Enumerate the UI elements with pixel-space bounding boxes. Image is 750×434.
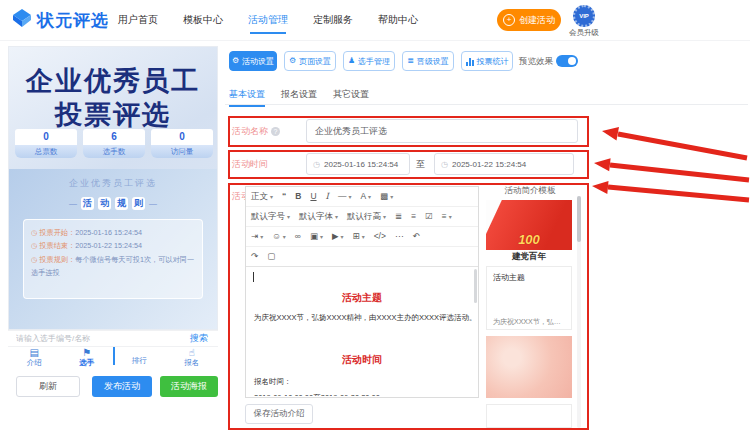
- tab-page-settings[interactable]: ⚙ 页面设置: [284, 51, 336, 71]
- subtab-other-settings[interactable]: 其它设置: [333, 88, 369, 101]
- help-icon: ?: [271, 127, 280, 136]
- editor-signup-time-value: 2019-06-10 00:00至2019-06-20 20:00: [254, 393, 474, 396]
- tab-label: 晋级设置: [417, 56, 449, 67]
- activity-preview: 企业优秀员工 投票评选 0 总票数 6 选手数 0 访问量 企业优秀员工评选 活…: [8, 46, 218, 330]
- strikethrough-icon[interactable]: —: [338, 192, 352, 201]
- editor-signup-time-label: 报名时间：: [254, 377, 474, 387]
- italic-icon[interactable]: I: [326, 192, 329, 201]
- paragraph-style-select[interactable]: 正文: [251, 192, 273, 201]
- template-card-partial[interactable]: [486, 404, 572, 428]
- stat-visits-label: 访问量: [151, 145, 213, 158]
- preview-toggle-switch[interactable]: [556, 55, 578, 67]
- indent-icon[interactable]: ⇥: [251, 232, 263, 241]
- hand-icon: ☝: [166, 347, 219, 358]
- emoji-icon[interactable]: ☺: [272, 232, 286, 241]
- rules-title-char: 则: [132, 197, 145, 210]
- gear-icon: ⚙: [232, 57, 239, 65]
- nav-item-templates[interactable]: 模板中心: [183, 13, 223, 27]
- rule-value: 2025-01-16 15:24:54: [75, 228, 142, 237]
- editor-paragraph: 为庆祝XXXX节，弘扬XXXX精神，由XXXX主办的XXXX评选活动。: [254, 313, 474, 323]
- stat-total-votes-label: 总票数: [15, 145, 77, 158]
- activity-name-label: 活动名称?: [232, 125, 280, 138]
- flag-icon: ⚑: [61, 347, 114, 358]
- preview-title-line2: 投票评选: [9, 97, 217, 133]
- subtab-signup-settings[interactable]: 报名设置: [281, 88, 317, 101]
- align-icon[interactable]: ≡: [442, 212, 452, 221]
- editor-content[interactable]: 活动主题 为庆祝XXXX节，弘扬XXXX精神，由XXXX主办的XXXX评选活动。…: [246, 267, 478, 396]
- nav-item-custom-service[interactable]: 定制服务: [313, 13, 353, 27]
- template-card-theme[interactable]: 活动主题 为庆祝XXXX节，弘…: [486, 266, 572, 330]
- bg-color-icon[interactable]: ▩: [380, 192, 393, 201]
- font-color-icon[interactable]: A: [360, 192, 371, 201]
- end-time-value: 2025-01-22 15:24:54: [452, 160, 526, 169]
- plus-icon: +: [503, 14, 515, 26]
- tab-promotion-settings[interactable]: ≣ 晋级设置: [402, 51, 454, 71]
- vip-upgrade[interactable]: VIP 会员升级: [566, 4, 602, 38]
- activity-time-label: 活动时间: [232, 158, 268, 171]
- activity-name-input[interactable]: [306, 119, 578, 143]
- nav-item-activities[interactable]: 活动管理: [248, 13, 288, 27]
- rules-title-char: 规: [115, 197, 128, 210]
- image-icon[interactable]: ▣: [310, 232, 323, 241]
- preview-tab-ranking[interactable]: 排行: [113, 347, 166, 369]
- nav-item-home[interactable]: 用户首页: [118, 13, 158, 27]
- editor-scrollbar[interactable]: [474, 269, 477, 303]
- preview-tab-intro[interactable]: ▤ 介绍: [8, 347, 61, 369]
- link-icon[interactable]: ∞: [295, 232, 301, 241]
- ordered-list-icon[interactable]: ≣: [395, 212, 402, 221]
- editor-toolbar-row1: 正文 “ B U I — A ▩: [246, 187, 478, 207]
- tab-contestant-management[interactable]: ♟ 选手管理: [343, 51, 395, 71]
- start-time-value: 2025-01-16 15:24:54: [324, 160, 398, 169]
- quote-icon[interactable]: “: [282, 192, 286, 201]
- undo-icon[interactable]: ↶: [412, 232, 419, 241]
- contestant-search-input[interactable]: [8, 334, 180, 343]
- fullscreen-icon[interactable]: ▢: [267, 252, 275, 261]
- end-time-input[interactable]: ◷ 2025-01-22 15:24:54: [434, 153, 574, 175]
- annotation-arrow-1: [602, 127, 747, 158]
- line-height-select[interactable]: 默认行高: [347, 212, 386, 221]
- stat-visits-value: 0: [151, 129, 213, 145]
- unordered-list-icon[interactable]: ≡: [411, 212, 416, 221]
- subtab-basic-settings[interactable]: 基本设置: [229, 88, 265, 101]
- table-icon[interactable]: ⊞: [353, 232, 365, 241]
- preview-toggle-label: 预览效果: [519, 56, 553, 68]
- tab-label: 页面设置: [299, 56, 331, 67]
- preview-title-line1: 企业优秀员工: [9, 63, 217, 99]
- nav-item-help[interactable]: 帮助中心: [378, 13, 418, 27]
- underline-icon[interactable]: U: [310, 192, 316, 201]
- tab-label: 选手管理: [358, 56, 390, 67]
- template-card-theme-title: 活动主题: [493, 272, 525, 283]
- start-time-input[interactable]: ◷ 2025-01-16 15:24:54: [306, 153, 410, 175]
- redo-icon[interactable]: ↷: [251, 252, 258, 261]
- activity-poster-button[interactable]: 活动海报: [160, 376, 218, 397]
- vip-badge-icon: VIP: [573, 5, 595, 27]
- document-icon: ▤: [8, 347, 61, 358]
- refresh-button[interactable]: 刷新: [16, 376, 80, 397]
- preview-tabbar: ▤ 介绍 ⚑ 选手 排行 ☝ 报名: [8, 347, 218, 369]
- preview-tab-label: 选手: [61, 358, 114, 367]
- tab-vote-statistics[interactable]: 投票统计: [461, 51, 513, 71]
- save-intro-button[interactable]: 保存活动介绍: [245, 404, 313, 424]
- bold-icon[interactable]: B: [295, 192, 301, 201]
- publish-activity-button[interactable]: 发布活动: [92, 376, 152, 397]
- app-logo[interactable]: 状元评选: [12, 8, 109, 32]
- code-icon[interactable]: </>: [374, 232, 386, 241]
- todo-list-icon[interactable]: ☑: [425, 212, 433, 221]
- clock-icon: ◷: [31, 241, 37, 250]
- preview-subtitle: 企业优秀员工评选: [9, 177, 217, 190]
- stat-contestants-value: 6: [83, 129, 145, 145]
- gear-icon: ⚙: [289, 57, 296, 65]
- preview-tab-signup[interactable]: ☝ 报名: [166, 347, 219, 369]
- template-card-party100[interactable]: 100: [486, 200, 572, 250]
- contestant-search-button[interactable]: 搜索: [180, 332, 218, 345]
- template-card-pink[interactable]: [486, 336, 572, 398]
- divider-icon[interactable]: ⋯: [395, 232, 404, 241]
- template-scrollbar-thumb[interactable]: [577, 196, 581, 242]
- font-family-select[interactable]: 默认字体: [299, 212, 338, 221]
- preview-tab-contestants[interactable]: ⚑ 选手: [61, 347, 114, 369]
- logo-icon: [12, 8, 32, 32]
- tab-activity-settings[interactable]: ⚙ 活动设置: [229, 51, 277, 71]
- create-activity-button[interactable]: + 创建活动: [497, 9, 561, 31]
- video-icon[interactable]: ▶: [332, 232, 344, 241]
- font-size-select[interactable]: 默认字号: [251, 212, 290, 221]
